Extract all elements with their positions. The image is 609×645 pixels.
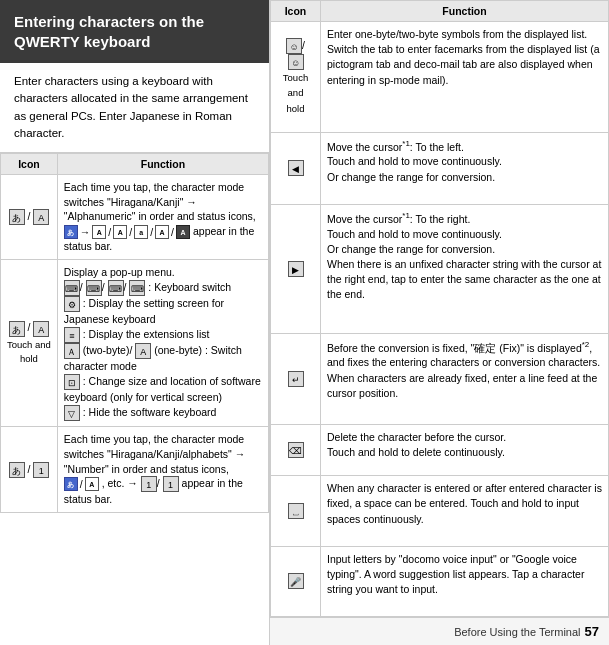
keyboard-icon3: ⌨	[108, 280, 124, 296]
cursor-left-icon: ◀	[288, 160, 304, 176]
right-table: Icon Function ☺/ ☺ Touch andhold Enter o…	[270, 0, 609, 617]
settings-icon: ⚙	[64, 296, 80, 312]
r2-function: Move the cursor*1: To the left. Touch an…	[321, 132, 609, 204]
touch-hold-label-r: Touch andhold	[283, 72, 308, 113]
space-icon: ⎵	[288, 503, 304, 519]
left-intro-text: Enter characters using a keyboard with c…	[14, 75, 248, 139]
cursor-right-icon: ▶	[288, 261, 304, 277]
r3-icon-cell: ▶	[271, 204, 321, 333]
hiragana-icon: あ	[9, 209, 25, 225]
ext-icon: ≡	[64, 327, 80, 343]
table-row: ⎵ When any character is entered or after…	[271, 476, 609, 546]
r2-icon-cell: ◀	[271, 132, 321, 204]
status-icon-a3: A	[113, 225, 127, 239]
status-icon-a5: A	[155, 225, 169, 239]
symbol-icon2: ☺	[288, 54, 304, 70]
bottom-bar: Before Using the Terminal 57	[270, 617, 609, 645]
keyboard-icon4: ⌨	[129, 280, 145, 296]
right-panel: Icon Function ☺/ ☺ Touch andhold Enter o…	[270, 0, 609, 645]
left-intro: Enter characters using a keyboard with c…	[0, 63, 269, 153]
status-icon-a1: あ	[64, 225, 78, 239]
status-icons-row3: あ/ A	[64, 477, 99, 492]
right-col-function: Function	[321, 1, 609, 22]
touch-hold-icon2: A	[33, 321, 49, 337]
r5-icon-cell: ⌫	[271, 424, 321, 475]
symbol-icon1: ☺	[286, 38, 302, 54]
status-icon-b1: あ	[64, 477, 78, 491]
footer-page: 57	[585, 624, 599, 639]
resize-icon: ⊡	[64, 374, 80, 390]
left-panel: Entering characters on the QWERTY keyboa…	[0, 0, 270, 645]
status-icons-row1: あ→ A/ A/ a/ A/ A	[64, 225, 190, 240]
hide-icon: ▽	[64, 405, 80, 421]
alpha-icon: A	[33, 209, 49, 225]
table-row: ☺/ ☺ Touch andhold Enter one-byte/two-by…	[271, 22, 609, 133]
r5-function: Delete the character before the cursor. …	[321, 424, 609, 475]
row1-function: Each time you tap, the character mode sw…	[57, 175, 268, 260]
right-col-icon: Icon	[271, 1, 321, 22]
row1-icon-cell: あ / A	[1, 175, 58, 260]
r4-icon-cell: ↵	[271, 333, 321, 424]
table-row: あ / 1 Each time you tap, the character m…	[1, 427, 269, 513]
row3-icon2: 1	[33, 462, 49, 478]
table-row: ⌫ Delete the character before the cursor…	[271, 424, 609, 475]
r4-function: Before the conversion is fixed, "確定 (Fix…	[321, 333, 609, 424]
delete-icon: ⌫	[288, 442, 304, 458]
status-icon-b4: 1	[163, 476, 179, 492]
row2-function: Display a pop-up menu. ⌨/ ⌨/ ⌨/ ⌨ : Keyb…	[57, 260, 268, 427]
r1-icon-cell: ☺/ ☺ Touch andhold	[271, 22, 321, 133]
r6-icon-cell: ⎵	[271, 476, 321, 546]
left-header: Entering characters on the QWERTY keyboa…	[0, 0, 269, 63]
r6-function: When any character is entered or after e…	[321, 476, 609, 546]
fix-icon: ↵	[288, 371, 304, 387]
left-col-function: Function	[57, 154, 268, 175]
row3-icon-cell: あ / 1	[1, 427, 58, 513]
keyboard-icon2: ⌨	[86, 280, 102, 296]
row2-icon-cell: あ / A Touch andhold	[1, 260, 58, 427]
footer-label: Before Using the Terminal	[454, 626, 580, 638]
row3-icon1: あ	[9, 462, 25, 478]
r1-function: Enter one-byte/two-byte symbols from the…	[321, 22, 609, 133]
two-byte-icon: Ａ	[64, 343, 80, 359]
status-icon-a4: a	[134, 225, 148, 239]
voice-icon: 🎤	[288, 573, 304, 589]
table-row: ◀ Move the cursor*1: To the left. Touch …	[271, 132, 609, 204]
table-row: ▶ Move the cursor*1: To the right. Touch…	[271, 204, 609, 333]
r3-function: Move the cursor*1: To the right. Touch a…	[321, 204, 609, 333]
status-icon-b3: 1	[141, 476, 157, 492]
touch-hold-icon1: あ	[9, 321, 25, 337]
one-byte-icon: A	[135, 343, 151, 359]
table-row: あ / A Each time you tap, the character m…	[1, 175, 269, 260]
r7-function: Input letters by "docomo voice input" or…	[321, 546, 609, 616]
touch-hold-label: Touch andhold	[7, 339, 51, 365]
left-table: Icon Function あ / A Each time you tap, t…	[0, 153, 269, 513]
status-icon-a2: A	[92, 225, 106, 239]
status-icon-b2: A	[85, 477, 99, 491]
table-row: 🎤 Input letters by "docomo voice input" …	[271, 546, 609, 616]
table-row: ↵ Before the conversion is fixed, "確定 (F…	[271, 333, 609, 424]
keyboard-icon1: ⌨	[64, 280, 80, 296]
r7-icon-cell: 🎤	[271, 546, 321, 616]
left-col-icon: Icon	[1, 154, 58, 175]
table-row: あ / A Touch andhold Display a pop-up men…	[1, 260, 269, 427]
row3-function: Each time you tap, the character mode sw…	[57, 427, 268, 513]
status-icon-a6: A	[176, 225, 190, 239]
left-header-title: Entering characters on the QWERTY keyboa…	[14, 13, 204, 50]
